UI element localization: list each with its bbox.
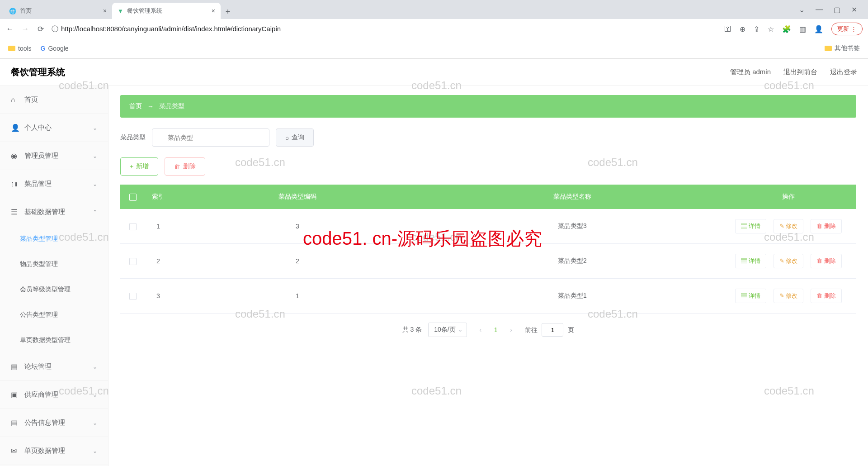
sidebar-sub-singlepage[interactable]: 单页数据类型管理 bbox=[0, 328, 108, 353]
app-header: 餐饮管理系统 管理员 admin 退出到前台 退出登录 bbox=[0, 59, 868, 86]
page-current[interactable]: 1 bbox=[494, 326, 498, 333]
close-window-icon[interactable]: ✕ bbox=[851, 5, 857, 14]
sidebar-sub-dishtype[interactable]: 菜品类型管理 bbox=[0, 226, 108, 252]
sidebar-item-basedata[interactable]: ☰基础数据管理⌃ bbox=[0, 198, 108, 226]
globe-icon: 🌐 bbox=[9, 8, 16, 14]
sidebar-item-forum[interactable]: ▤论坛管理⌄ bbox=[0, 353, 108, 381]
pagination: 共 3 条 10条/页 ⌄ ‹ 1 › 前往 页 bbox=[120, 323, 856, 337]
supplier-icon: ▣ bbox=[11, 390, 19, 399]
edit-button[interactable]: ✎ 修改 bbox=[774, 219, 804, 233]
to-frontend-link[interactable]: 退出到前台 bbox=[783, 68, 817, 76]
breadcrumb-current: 菜品类型 bbox=[159, 102, 184, 110]
page-size-select[interactable]: 10条/页 ⌄ bbox=[428, 323, 467, 337]
browser-tab-home[interactable]: 🌐 首页 × bbox=[4, 3, 112, 19]
sidebar-item-admin[interactable]: ◉管理员管理⌄ bbox=[0, 142, 108, 170]
maximize-icon[interactable]: ▢ bbox=[834, 5, 840, 14]
row-checkbox[interactable] bbox=[129, 258, 137, 265]
notice-icon: ▤ bbox=[11, 418, 19, 427]
url-bar: ← → ⟳ ⓘhttp://localhost:8080/canyinguanl… bbox=[0, 19, 868, 39]
cell-code: 3 bbox=[171, 209, 424, 244]
browser-tab-app[interactable]: ▼ 餐饮管理系统 × bbox=[112, 3, 221, 19]
sidebar-item-singledata[interactable]: ✉单页数据管理⌄ bbox=[0, 437, 108, 465]
table-row: 1 3 菜品类型3 ▤ 详情 ✎ 修改 🗑 删除 bbox=[120, 209, 856, 244]
sidebar-sub-memberlevel[interactable]: 会员等级类型管理 bbox=[0, 277, 108, 302]
admin-label[interactable]: 管理员 admin bbox=[730, 68, 771, 76]
logout-link[interactable]: 退出登录 bbox=[830, 68, 857, 76]
cell-ops: ▤ 详情 ✎ 修改 🗑 删除 bbox=[721, 279, 856, 314]
page-prev[interactable]: ‹ bbox=[473, 323, 488, 337]
data-icon: ✉ bbox=[11, 447, 19, 455]
delete-button[interactable]: 🗑删除 bbox=[165, 157, 205, 176]
bookmark-bar: tools GGoogle 其他书签 bbox=[0, 39, 868, 58]
data-table: 索引 菜品类型编码 菜品类型名称 操作 1 3 菜品类型3 ▤ 详情 ✎ 修改 … bbox=[120, 185, 856, 314]
edit-button[interactable]: ✎ 修改 bbox=[774, 254, 804, 268]
chevron-down-icon: ⌄ bbox=[93, 181, 97, 187]
goto-input[interactable] bbox=[542, 323, 563, 337]
col-index: 索引 bbox=[146, 185, 171, 209]
star-icon[interactable]: ☆ bbox=[768, 25, 774, 33]
sidebar-item-notice[interactable]: ▤公告信息管理⌄ bbox=[0, 409, 108, 437]
sidebar-sub-itemtype[interactable]: 物品类型管理 bbox=[0, 252, 108, 277]
row-delete-button[interactable]: 🗑 删除 bbox=[811, 219, 842, 233]
reload-icon[interactable]: ⟳ bbox=[36, 24, 45, 33]
add-button[interactable]: +新增 bbox=[120, 157, 158, 176]
zoom-icon[interactable]: ⊕ bbox=[740, 25, 745, 33]
detail-button[interactable]: ▤ 详情 bbox=[735, 219, 766, 233]
action-row: +新增 🗑删除 bbox=[120, 157, 856, 176]
row-checkbox[interactable] bbox=[129, 293, 137, 300]
chevron-down-icon: ⌄ bbox=[93, 153, 97, 159]
update-button[interactable]: 更新 ⋮ bbox=[831, 23, 863, 35]
chevron-down-icon: ⌄ bbox=[93, 364, 97, 370]
bookmark-google[interactable]: GGoogle bbox=[41, 45, 69, 52]
row-delete-button[interactable]: 🗑 删除 bbox=[811, 289, 842, 303]
page-total: 共 3 条 bbox=[402, 326, 422, 334]
forward-icon[interactable]: → bbox=[21, 24, 30, 33]
sidebar: ⌂首页 👤个人中心⌄ ◉管理员管理⌄ ⫾⫾菜品管理⌄ ☰基础数据管理⌃ 菜品类型… bbox=[0, 59, 108, 466]
trash-icon: 🗑 bbox=[174, 163, 180, 170]
sidebar-item-personal[interactable]: 👤个人中心⌄ bbox=[0, 114, 108, 142]
google-icon: G bbox=[41, 45, 46, 52]
new-tab-button[interactable]: + bbox=[221, 5, 235, 19]
extensions-icon[interactable]: 🧩 bbox=[782, 25, 791, 33]
col-ops: 操作 bbox=[721, 185, 856, 209]
cell-name: 菜品类型1 bbox=[424, 279, 721, 314]
detail-button[interactable]: ▤ 详情 bbox=[735, 289, 766, 303]
close-icon[interactable]: × bbox=[103, 7, 107, 14]
search-input[interactable] bbox=[152, 128, 269, 147]
breadcrumb-home[interactable]: 首页 bbox=[129, 102, 142, 110]
cell-ops: ▤ 详情 ✎ 修改 🗑 删除 bbox=[721, 209, 856, 244]
side-panel-icon[interactable]: ▥ bbox=[799, 25, 806, 33]
detail-button[interactable]: ▤ 详情 bbox=[735, 254, 766, 268]
sidebar-item-home[interactable]: ⌂首页 bbox=[0, 86, 108, 114]
select-all-checkbox[interactable] bbox=[129, 194, 137, 201]
share-icon[interactable]: ⇪ bbox=[754, 25, 760, 33]
cell-ops: ▤ 详情 ✎ 修改 🗑 删除 bbox=[721, 244, 856, 279]
query-button[interactable]: ⌕查询 bbox=[276, 128, 314, 147]
edit-button[interactable]: ✎ 修改 bbox=[774, 289, 804, 303]
bookmark-tools[interactable]: tools bbox=[8, 45, 32, 52]
chevron-down-icon: ⌄ bbox=[93, 420, 97, 426]
minimize-icon[interactable]: — bbox=[816, 5, 823, 14]
vue-icon: ▼ bbox=[118, 8, 123, 14]
chevron-down-icon: ⌄ bbox=[93, 448, 97, 454]
folder-icon bbox=[825, 46, 832, 51]
profile-icon[interactable]: 👤 bbox=[814, 25, 823, 33]
close-icon[interactable]: × bbox=[212, 7, 215, 14]
sidebar-sub-noticetype[interactable]: 公告类型管理 bbox=[0, 302, 108, 328]
search-label: 菜品类型 bbox=[120, 133, 146, 142]
row-delete-button[interactable]: 🗑 删除 bbox=[811, 254, 842, 268]
sidebar-item-dish[interactable]: ⫾⫾菜品管理⌄ bbox=[0, 170, 108, 198]
info-icon: ⓘ bbox=[52, 25, 58, 33]
row-checkbox[interactable] bbox=[129, 223, 137, 230]
cell-code: 1 bbox=[171, 279, 424, 314]
page-next[interactable]: › bbox=[504, 323, 519, 337]
tab-title: 餐饮管理系统 bbox=[127, 7, 162, 15]
bookmark-other[interactable]: 其他书签 bbox=[825, 44, 860, 52]
url-input[interactable]: ⓘhttp://localhost:8080/canyinguanli/admi… bbox=[52, 25, 718, 33]
sidebar-item-supplier[interactable]: ▣供应商管理⌄ bbox=[0, 381, 108, 409]
table-row: 2 2 菜品类型2 ▤ 详情 ✎ 修改 🗑 删除 bbox=[120, 244, 856, 279]
tab-title: 首页 bbox=[20, 7, 32, 15]
key-icon[interactable]: ⚿ bbox=[724, 25, 731, 33]
back-icon[interactable]: ← bbox=[5, 24, 14, 33]
chevron-down-icon[interactable]: ⌄ bbox=[799, 5, 805, 14]
